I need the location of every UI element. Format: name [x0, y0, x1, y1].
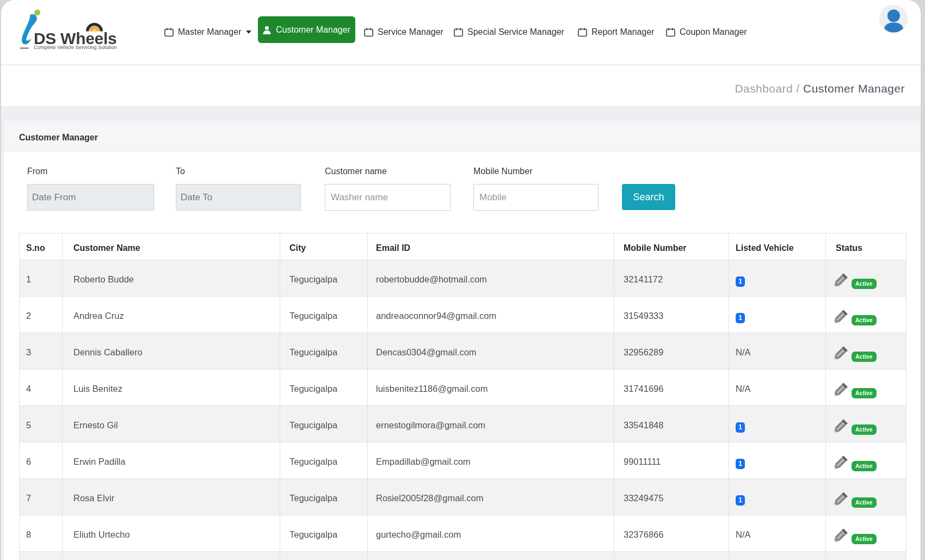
svg-text:Complete Vehicle Servicing Sol: Complete Vehicle Servicing Solution — [34, 44, 117, 50]
